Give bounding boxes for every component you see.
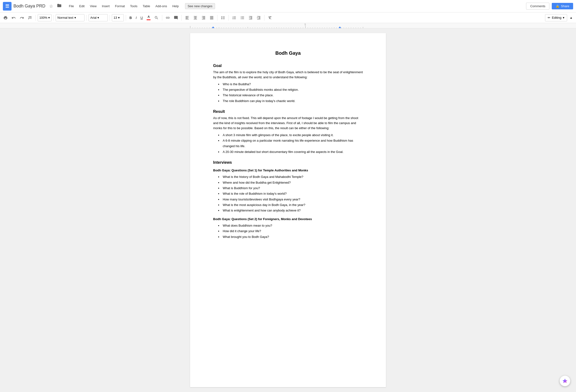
align-right-button[interactable]	[200, 14, 207, 22]
numbered-list-button[interactable]	[231, 14, 238, 22]
clear-formatting-button[interactable]	[266, 14, 274, 22]
menu-addons[interactable]: Add-ons	[153, 3, 170, 9]
star-icon[interactable]: ☆	[48, 3, 54, 10]
toolbar: 100% ▾ Normal text ▾ Arial ▾ 13 ▾ B I U …	[0, 12, 576, 23]
goal-body: The aim of the film is to explore the ho…	[213, 70, 363, 80]
link-button[interactable]	[164, 14, 171, 22]
document-heading: Bodh Gaya	[213, 50, 363, 56]
menu-view[interactable]: View	[87, 3, 99, 9]
goal-heading: Goal	[213, 64, 363, 68]
font-size-selector[interactable]: 13 ▾	[112, 14, 124, 21]
font-chevron-icon: ▾	[97, 16, 99, 19]
result-body: As of now, this is not fixed. This will …	[213, 116, 363, 131]
separator-6	[162, 15, 162, 21]
separator-7	[181, 15, 182, 21]
menu-edit[interactable]: Edit	[77, 3, 87, 9]
menu-insert[interactable]: Insert	[99, 3, 112, 9]
underline-button[interactable]: U	[139, 14, 144, 22]
share-button[interactable]: 🔒 Share	[552, 3, 573, 9]
text-color-button[interactable]: A	[145, 14, 152, 22]
main-area[interactable]: Bodh Gaya Goal The aim of the film is to…	[0, 28, 576, 392]
line-spacing-button[interactable]	[219, 14, 227, 22]
highlight-color-button[interactable]	[153, 14, 160, 22]
document-title[interactable]: Bodh Gaya PRD	[13, 4, 45, 9]
result-bullet-list: A short 3 minute film with glimpses of t…	[222, 132, 363, 155]
document-page: Bodh Gaya Goal The aim of the film is to…	[190, 33, 386, 387]
app-menu-button[interactable]: ☰	[3, 2, 11, 11]
menu-table[interactable]: Table	[140, 3, 152, 9]
bullet-list-button[interactable]	[239, 14, 246, 22]
list-item: Where and how did the Buddha get Enlight…	[222, 180, 363, 185]
list-item: A 6-8 minute clipping on a particular mo…	[222, 138, 363, 149]
lock-icon: 🔒	[556, 4, 559, 8]
gemini-button[interactable]	[560, 376, 570, 386]
bold-button[interactable]: B	[128, 14, 133, 22]
separator-9	[229, 15, 229, 21]
separator-5	[126, 15, 126, 21]
list-item: What is Buddhism for you?	[222, 185, 363, 191]
list-item: The role Buddhism can play in today's ch…	[222, 98, 363, 104]
indent-less-button[interactable]	[247, 14, 254, 22]
align-left-button[interactable]	[184, 14, 191, 22]
redo-button[interactable]	[18, 14, 26, 22]
list-item: What is the role of Buddhism in today's …	[222, 191, 363, 196]
print-button[interactable]	[2, 14, 9, 22]
italic-button[interactable]: I	[134, 14, 138, 22]
font-selector[interactable]: Arial ▾	[88, 14, 108, 21]
set2-subheading: Bodh Gaya: Questions (Set 2) for Foreign…	[213, 217, 363, 221]
text-style-chevron-icon: ▾	[74, 16, 76, 19]
font-size-chevron-icon: ▾	[118, 16, 120, 19]
set1-subheading: Bodh Gaya: Questions (Set 1) for Temple …	[213, 169, 363, 172]
list-item: What does Buddhism mean to you?	[222, 223, 363, 228]
menu-file[interactable]: File	[66, 3, 76, 9]
list-item: What is enlightenment and how can anybod…	[222, 208, 363, 213]
svg-rect-0	[28, 18, 29, 19]
collapse-toolbar-button[interactable]: ▲	[568, 14, 574, 22]
set2-bullet-list: What does Buddhism mean to you? How did …	[222, 223, 363, 240]
align-justify-button[interactable]	[208, 14, 215, 22]
separator-8	[217, 15, 217, 21]
list-item: What brought you to Bodh Gaya?	[222, 234, 363, 240]
list-item: A short 3 minute film with glimpses of t…	[222, 132, 363, 138]
menu-bar: File Edit View Insert Format Tools Table…	[66, 3, 181, 9]
right-controls: Comments 🔒 Share	[526, 3, 573, 10]
separator-10	[264, 15, 264, 21]
align-center-button[interactable]	[192, 14, 199, 22]
goal-bullet-list: Who is the Buddha? The perspective of Bu…	[222, 81, 363, 104]
comments-button[interactable]: Comments	[526, 3, 549, 10]
menu-tools[interactable]: Tools	[128, 3, 140, 9]
list-item: What is the history of Bodh Gaya and Mah…	[222, 174, 363, 180]
zoom-selector[interactable]: 100% ▾	[38, 14, 52, 21]
set1-bullet-list: What is the history of Bodh Gaya and Mah…	[222, 174, 363, 213]
menu-format[interactable]: Format	[113, 3, 127, 9]
paint-format-button[interactable]	[27, 14, 34, 22]
pencil-icon: ✏	[548, 16, 550, 19]
separator-2	[54, 15, 54, 21]
hamburger-icon: ☰	[5, 4, 9, 9]
separator-3	[86, 15, 87, 21]
list-item: How did it change your life?	[222, 228, 363, 234]
list-item: A 20-30 minute detailed but short docume…	[222, 149, 363, 154]
list-item: Who is the Buddha?	[222, 81, 363, 87]
list-item: What is the most auspicious day in Bodh …	[222, 202, 363, 208]
editing-mode-selector[interactable]: ✏ Editing ▾	[545, 14, 567, 21]
list-item: The historical relevance of the place.	[222, 92, 363, 98]
zoom-chevron-icon: ▾	[48, 16, 50, 19]
separator-1	[35, 15, 36, 21]
indent-more-button[interactable]	[255, 14, 262, 22]
folder-icon[interactable]	[56, 2, 63, 10]
comment-button[interactable]	[172, 14, 179, 22]
result-heading: Result	[213, 109, 363, 114]
text-style-selector[interactable]: Normal text ▾	[56, 14, 85, 21]
interviews-heading: Interviews	[213, 160, 363, 165]
list-item: The perspective of Buddhists monks about…	[222, 87, 363, 92]
ruler	[0, 23, 576, 28]
undo-button[interactable]	[10, 14, 17, 22]
see-new-changes-button[interactable]: See new changes	[185, 3, 215, 9]
editing-chevron-icon: ▾	[563, 16, 565, 19]
list-item: How many tourists/devotees visit Bodhgay…	[222, 197, 363, 202]
menu-help[interactable]: Help	[170, 3, 181, 9]
